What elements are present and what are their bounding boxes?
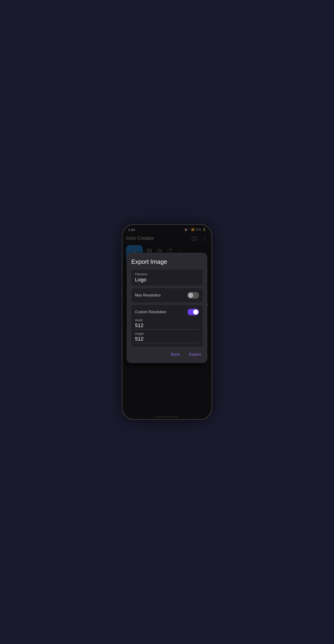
max-resolution-toggle[interactable] [188,292,199,298]
width-field[interactable]: Width 512 [135,318,199,330]
custom-resolution-toggle[interactable] [188,309,199,315]
max-resolution-label: Max Resolution [135,293,160,298]
height-field[interactable]: Height 512 [135,332,199,343]
export-button[interactable]: Export [187,350,203,358]
back-button[interactable]: Back [169,350,182,358]
max-resolution-row: Max Resolution [135,292,199,298]
dialog-buttons: Back Export [131,350,203,358]
max-resolution-card: Max Resolution [131,288,203,302]
height-value[interactable]: 512 [135,336,199,343]
custom-resolution-card: Custom Resolution Width 512 Height 512 [131,305,203,347]
custom-resolution-toggle-row: Custom Resolution [135,309,199,315]
height-label: Height [135,332,199,336]
filename-value[interactable]: Logo [135,277,199,283]
filename-card[interactable]: Filename Logo [131,270,203,286]
width-value[interactable]: 512 [135,322,199,330]
export-dialog: Export Image Filename Logo Max Resolutio… [127,253,207,363]
filename-label: Filename [135,272,199,276]
width-label: Width [135,318,199,322]
custom-resolution-label: Custom Resolution [135,310,166,314]
dialog-title: Export Image [131,258,203,266]
